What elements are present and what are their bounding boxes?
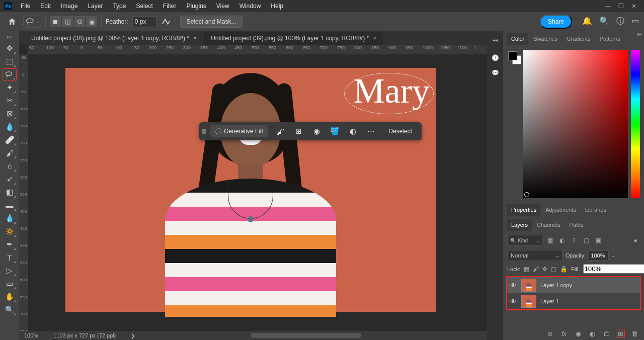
filter-adjust-icon[interactable]: ◐ bbox=[557, 236, 567, 245]
more-icon[interactable]: ⋯ bbox=[363, 124, 379, 138]
blur-tool[interactable]: 💧 bbox=[3, 212, 17, 224]
hand-tool[interactable]: ✋ bbox=[3, 291, 17, 303]
tab-gradients[interactable]: Gradients bbox=[562, 33, 595, 45]
feather-input[interactable] bbox=[132, 16, 156, 27]
stamp-tool[interactable]: ⎌ bbox=[3, 160, 17, 172]
opacity-input[interactable] bbox=[589, 250, 609, 261]
toolbar-collapse-icon[interactable]: ▸▸ bbox=[7, 34, 12, 39]
opacity-arrow-icon[interactable]: ⌵ bbox=[612, 253, 614, 258]
lock-position-icon[interactable]: ✥ bbox=[542, 265, 547, 273]
layer-mask-icon[interactable]: ◉ bbox=[574, 329, 583, 338]
menu-edit[interactable]: Edit bbox=[36, 1, 55, 11]
hue-slider[interactable] bbox=[631, 50, 640, 198]
frame-tool[interactable]: ⊠ bbox=[3, 108, 17, 120]
modify-selection-icon[interactable]: ⊞ bbox=[290, 124, 306, 138]
brush-tool[interactable]: 🖌 bbox=[3, 147, 17, 159]
foreground-color[interactable] bbox=[508, 51, 517, 60]
horizontal-scrollbar[interactable] bbox=[251, 333, 361, 338]
help-icon[interactable]: ⓘ bbox=[616, 16, 624, 27]
blend-mode-dropdown[interactable]: Normal⌵ bbox=[507, 250, 562, 261]
filter-pixel-icon[interactable]: ▦ bbox=[545, 236, 554, 245]
menu-file[interactable]: File bbox=[16, 1, 35, 11]
tab-patterns[interactable]: Patterns bbox=[596, 33, 624, 45]
panel-menu-icon[interactable]: ≡ bbox=[629, 219, 640, 231]
lock-all-icon[interactable]: 🔒 bbox=[560, 265, 568, 273]
lasso-tool-indicator[interactable]: ⌵ bbox=[23, 16, 41, 28]
fill-input[interactable] bbox=[583, 264, 644, 274]
contextual-task-bar[interactable]: Generative Fill 🖌 ⊞ ◉ 🪣 ◐ ⋯ Deselect bbox=[199, 122, 422, 140]
menu-layer[interactable]: Layer bbox=[83, 1, 107, 11]
panel-expand-icon[interactable]: ◂◂ bbox=[490, 35, 501, 44]
adjustment-layer-icon[interactable]: ◐ bbox=[588, 329, 597, 338]
panel-collapse-right-icon[interactable]: ▸▸ bbox=[637, 31, 642, 37]
healing-tool[interactable]: 🩹 bbox=[3, 134, 17, 146]
comments-panel-icon[interactable]: 💬 bbox=[490, 68, 501, 77]
visibility-icon[interactable]: 👁 bbox=[509, 282, 517, 289]
layer-thumbnail[interactable] bbox=[521, 279, 536, 292]
menu-type[interactable]: Type bbox=[108, 1, 130, 11]
menu-image[interactable]: Image bbox=[56, 1, 82, 11]
generative-fill-button[interactable]: Generative Fill bbox=[210, 125, 268, 137]
document-tab-2[interactable]: Untitled project (39).png @ 100% (Layer … bbox=[204, 32, 383, 45]
drag-handle-icon[interactable] bbox=[202, 129, 206, 134]
layer-row[interactable]: 👁 Layer 1 bbox=[507, 293, 640, 309]
layer-name[interactable]: Layer 1 bbox=[540, 298, 559, 304]
new-layer-icon[interactable]: ⊞ bbox=[616, 329, 625, 338]
crop-tool[interactable]: ✂ bbox=[3, 95, 17, 107]
menu-filter[interactable]: Filter bbox=[158, 1, 181, 11]
selection-marquee[interactable] bbox=[344, 73, 434, 114]
menu-select[interactable]: Select bbox=[131, 1, 157, 11]
group-icon[interactable]: 🗀 bbox=[602, 329, 611, 338]
filter-kind-dropdown[interactable]: 🔍Kind⌵ bbox=[507, 235, 542, 246]
tab-close-icon[interactable]: × bbox=[373, 35, 376, 42]
eraser-tool[interactable]: ◧ bbox=[3, 186, 17, 198]
select-and-mask-button[interactable]: Select and Mask... bbox=[180, 16, 243, 28]
tab-swatches[interactable]: Swatches bbox=[529, 33, 561, 45]
selection-intersect-icon[interactable]: ▣ bbox=[86, 16, 97, 27]
lock-image-icon[interactable]: 🖌 bbox=[533, 265, 539, 273]
canvas[interactable]: Mary bbox=[65, 68, 436, 312]
lasso-tool[interactable] bbox=[3, 68, 17, 80]
dodge-tool[interactable]: 🔅 bbox=[3, 225, 17, 237]
selection-subtract-icon[interactable]: ⧉ bbox=[74, 16, 85, 27]
lock-transparent-icon[interactable]: ▦ bbox=[524, 265, 529, 273]
menu-view[interactable]: View bbox=[212, 1, 234, 11]
pen-tool[interactable]: ✒ bbox=[3, 238, 17, 250]
menu-window[interactable]: Window bbox=[235, 1, 266, 11]
tab-libraries[interactable]: Libraries bbox=[581, 204, 610, 216]
layer-row[interactable]: 👁 Layer 1 copy bbox=[507, 277, 640, 293]
visibility-icon[interactable]: 👁 bbox=[509, 298, 517, 305]
menu-help[interactable]: Help bbox=[266, 1, 288, 11]
filter-type-icon[interactable]: T bbox=[570, 236, 579, 245]
marquee-tool[interactable]: ⬚ bbox=[3, 55, 17, 67]
layer-name[interactable]: Layer 1 copy bbox=[540, 282, 572, 288]
eyedropper-tool[interactable]: 💧 bbox=[3, 121, 17, 133]
mask-icon[interactable]: ◉ bbox=[308, 124, 325, 138]
type-tool[interactable]: T bbox=[3, 251, 17, 264]
filter-smart-icon[interactable]: ▣ bbox=[594, 236, 603, 245]
panel-menu-icon[interactable]: ≡ bbox=[629, 204, 640, 216]
minimize-icon[interactable]: — bbox=[605, 3, 611, 10]
zoom-level[interactable]: 100% bbox=[24, 332, 38, 338]
close-icon[interactable]: ✕ bbox=[631, 3, 636, 10]
fill-icon[interactable]: 🪣 bbox=[327, 124, 343, 138]
share-button[interactable]: Share bbox=[540, 15, 572, 29]
selection-new-icon[interactable]: ◼ bbox=[50, 16, 61, 27]
delete-layer-icon[interactable]: 🗑 bbox=[630, 329, 639, 338]
tab-close-icon[interactable]: × bbox=[193, 35, 197, 42]
path-select-tool[interactable]: ▷ bbox=[3, 265, 17, 277]
bell-icon[interactable]: 🔔 bbox=[582, 16, 592, 27]
filter-shape-icon[interactable]: ▢ bbox=[582, 236, 591, 245]
lock-artboard-icon[interactable]: ▢ bbox=[551, 265, 556, 273]
quick-select-tool[interactable]: ✦ bbox=[3, 81, 17, 94]
selection-add-icon[interactable]: ◫ bbox=[62, 16, 73, 27]
tab-paths[interactable]: Paths bbox=[566, 219, 588, 231]
tab-color[interactable]: Color bbox=[507, 33, 528, 45]
menu-plugins[interactable]: Plugins bbox=[182, 1, 210, 11]
document-tab-1[interactable]: Untitled project (38).png @ 100% (Layer … bbox=[24, 32, 204, 45]
workspace-icon[interactable]: ▭ bbox=[631, 16, 639, 27]
shape-tool[interactable]: ▭ bbox=[3, 278, 17, 290]
color-field[interactable] bbox=[523, 50, 628, 198]
filter-toggle-icon[interactable]: ● bbox=[631, 236, 640, 245]
tab-properties[interactable]: Properties bbox=[507, 204, 540, 216]
